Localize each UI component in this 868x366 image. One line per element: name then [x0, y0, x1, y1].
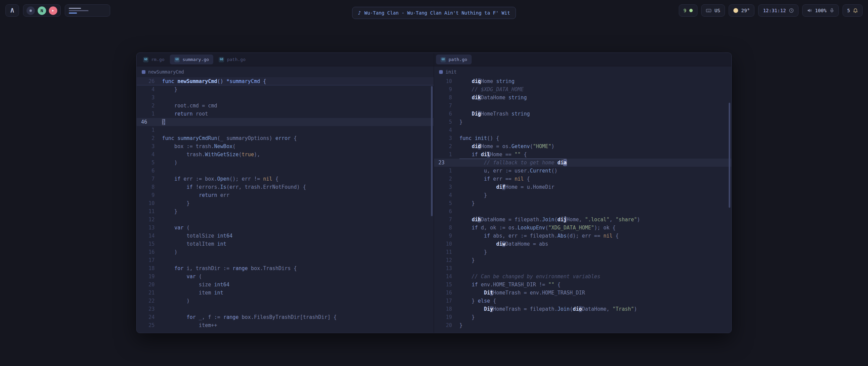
code-line[interactable]: 9 return err: [137, 191, 434, 199]
code-line[interactable]: 5}: [434, 118, 731, 126]
line-number: 7: [434, 216, 459, 224]
code-line[interactable]: 2 root.cmd = cmd: [137, 102, 434, 110]
code-line[interactable]: 23: [137, 305, 434, 313]
code-line[interactable]: 7 dihDataHome = filepath.Join(dijHome, "…: [434, 216, 731, 224]
code-line[interactable]: 11 }: [434, 248, 731, 256]
workspace-indicator-3[interactable]: ▶: [49, 6, 57, 15]
code-line[interactable]: 2func summaryCmdRun(_ summaryOptions) er…: [137, 134, 434, 142]
code-line[interactable]: 5 ): [137, 159, 434, 167]
code-line[interactable]: 1 return root: [137, 110, 434, 118]
code-line[interactable]: 3 box := trash.NewBox(: [137, 142, 434, 150]
symbol-icon: [142, 70, 145, 74]
code-line[interactable]: 18 for i, trashDir := range box.TrashDir…: [137, 264, 434, 272]
code-line[interactable]: 10 }: [137, 199, 434, 207]
code-line[interactable]: 6 DigHomeTrash string: [434, 110, 731, 118]
code-line[interactable]: 14 // Can be changed by environment vari…: [434, 272, 731, 281]
code-line[interactable]: 1 u, err := user.Current(): [434, 167, 731, 175]
code-line[interactable]: 1: [137, 126, 434, 134]
line-number: 5: [137, 159, 162, 167]
code-line[interactable]: 4: [434, 126, 731, 134]
code-line[interactable]: 12 }: [434, 256, 731, 264]
code-line[interactable]: 12: [137, 216, 434, 224]
code-line[interactable]: 7: [434, 102, 731, 110]
code-line[interactable]: 4 trash.WithGetSize(true),: [137, 150, 434, 159]
right-scrollbar[interactable]: [729, 103, 730, 208]
code-line[interactable]: 25 item++: [137, 321, 434, 329]
workspace-indicator-1[interactable]: [26, 6, 35, 15]
code-line[interactable]: 18 DiyHomeTrash = filepath.Join(dioDataH…: [434, 305, 731, 313]
code-line[interactable]: 24 for _, f := range box.FilesByTrashDir…: [137, 313, 434, 321]
weather-module[interactable]: 29°: [729, 4, 754, 17]
code-line[interactable]: 16 DitHomeTrash = env.HOME_TRASH_DIR: [434, 289, 731, 297]
code-line[interactable]: 4 }: [137, 85, 434, 94]
code-line[interactable]: 4 }: [434, 191, 731, 199]
code-line[interactable]: 8 if !errors.Is(err, trash.ErrNotFound) …: [137, 183, 434, 191]
audio-module[interactable]: 100%: [802, 4, 839, 17]
window-preview[interactable]: [65, 4, 110, 17]
code-line[interactable]: 13 var (: [137, 224, 434, 232]
media-player-module[interactable]: ♪ Wu-Tang Clan - Wu-Tang Clan Ain't Nuth…: [352, 7, 516, 19]
code-text: box := trash.NewBox(: [162, 142, 236, 150]
breadcrumb[interactable]: init: [434, 66, 731, 77]
line-number: 19: [137, 272, 162, 281]
code-line[interactable]: 20}: [434, 321, 731, 329]
clock-module[interactable]: 12:31:12: [758, 4, 798, 17]
code-line[interactable]: 2 didHome = os.Getenv("HOME"): [434, 142, 731, 150]
code-line[interactable]: 3: [137, 94, 434, 102]
keyboard-layout-module[interactable]: US: [701, 4, 725, 17]
line-number: 2: [137, 102, 162, 110]
code-line[interactable]: 8 dikDataHome string: [434, 94, 731, 102]
code-line[interactable]: 21 item int: [137, 289, 434, 297]
updates-module[interactable]: 9: [679, 4, 697, 17]
breadcrumb[interactable]: newSummaryCmd: [137, 66, 434, 77]
code-line[interactable]: 19 var (: [137, 272, 434, 281]
code-line[interactable]: 1 if dilHome == "" {: [434, 150, 731, 159]
code-line[interactable]: 10 diwDataHome = abs: [434, 240, 731, 248]
code-line[interactable]: 8 if d, ok := os.LookupEnv("XDG_DATA_HOM…: [434, 224, 731, 232]
code-line[interactable]: 15 if env.HOME_TRASH_DIR != "" {: [434, 281, 731, 289]
line-number: 1: [137, 126, 162, 134]
code-line[interactable]: 10 diqHome string: [434, 77, 731, 85]
code-line[interactable]: 6: [434, 207, 731, 216]
code-line[interactable]: 5 }: [434, 199, 731, 207]
line-number: 2: [434, 142, 459, 150]
code-line[interactable]: 46}: [137, 118, 434, 126]
sticky-context-line[interactable]: 26 func newSummaryCmd() *summaryCmd {: [137, 77, 434, 85]
code-text: if dilHome == "" {: [459, 150, 527, 159]
code-text: if env.HOME_TRASH_DIR != "" {: [459, 281, 560, 289]
code-line[interactable]: 13: [434, 264, 731, 272]
code-line[interactable]: 2 if err == nil {: [434, 175, 731, 183]
code-line[interactable]: 7 if err := box.Open(); err != nil {: [137, 175, 434, 183]
line-number: 22: [137, 297, 162, 305]
code-line[interactable]: 19 }: [434, 313, 731, 321]
launcher-button[interactable]: Λ: [5, 4, 19, 17]
code-line[interactable]: 16 ): [137, 248, 434, 256]
code-line[interactable]: 17: [137, 256, 434, 264]
tab-summary-go[interactable]: GO summary.go: [170, 55, 213, 64]
line-number: 8: [434, 94, 459, 102]
code-line[interactable]: 9 if abs, err := filepath.Abs(d); err ==…: [434, 232, 731, 240]
code-line[interactable]: 23 // fallback to get home dia: [434, 159, 731, 167]
code-line[interactable]: 3 difHome = u.HomeDir: [434, 183, 731, 191]
notifications-module[interactable]: 5: [843, 4, 863, 17]
tab-path-go-right[interactable]: GO path.go: [436, 55, 472, 64]
code-line[interactable]: 17 } else {: [434, 297, 731, 305]
tab-rm-go[interactable]: GO rm.go: [139, 55, 169, 64]
code-text: }: [162, 207, 177, 216]
code-line[interactable]: 9 // $XDG_DATA_HOME: [434, 85, 731, 94]
tab-path-go[interactable]: GO path.go: [214, 55, 250, 64]
code-line[interactable]: 20 size int64: [137, 281, 434, 289]
code-line[interactable]: 11 }: [137, 207, 434, 216]
code-line[interactable]: 6: [137, 167, 434, 175]
code-line[interactable]: 3func init() {: [434, 134, 731, 142]
code-line[interactable]: 15 totalItem int: [137, 240, 434, 248]
code-line[interactable]: 14 totalSize int64: [137, 232, 434, 240]
left-scrollbar[interactable]: [431, 86, 433, 216]
code-text: dihDataHome = filepath.Join(dijHome, ".l…: [459, 216, 640, 224]
code-line[interactable]: 22 ): [137, 297, 434, 305]
workspace-indicator-2[interactable]: N: [38, 6, 46, 15]
code-text: return root: [162, 110, 208, 118]
go-file-icon: GO: [219, 57, 224, 62]
code-text: item++: [162, 321, 217, 329]
notifications-count: 5: [847, 8, 850, 13]
